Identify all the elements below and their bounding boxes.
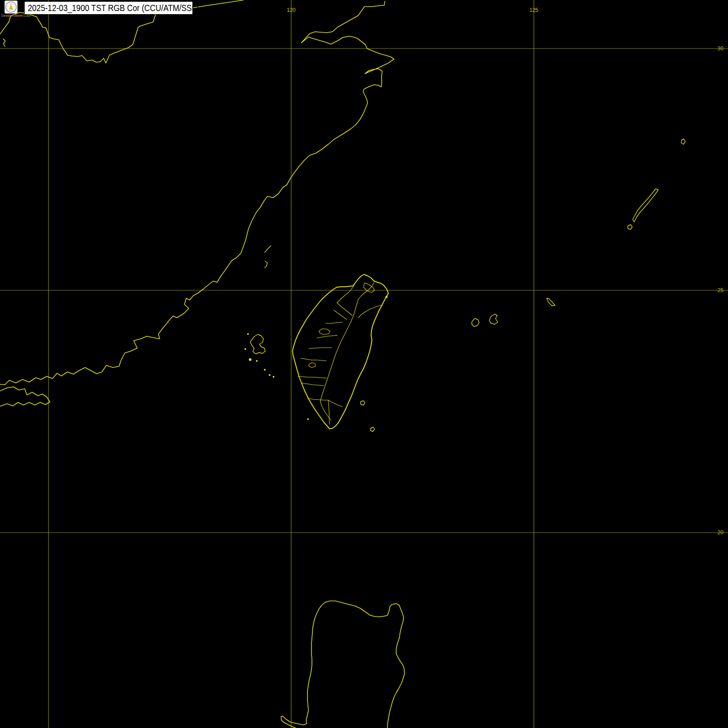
university-seal — [4, 0, 18, 14]
penghu-islet — [269, 374, 270, 376]
lat-label-30: 30 — [717, 45, 724, 52]
penghu-islet — [249, 358, 251, 361]
xiaoliuqiu-island — [307, 418, 309, 420]
logo-word: b. — [28, 13, 31, 18]
lon-label-125: 125 — [529, 7, 538, 13]
timestamp-title-bar: 2025-12-03_1900 TST RGB Cor (CCU/ATM/SSL… — [24, 1, 193, 15]
timestamp-title: 2025-12-03_1900 TST RGB Cor (CCU/ATM/SSL… — [28, 3, 199, 13]
lat-label-25: 25 — [717, 287, 724, 293]
satellite-product-screen: { "header": { "title": "2025-12-03_1900 … — [0, 0, 728, 728]
penghu-islet — [273, 376, 274, 378]
guishan-island — [386, 296, 388, 298]
satellite-map: 115120125302520 — [0, 0, 728, 728]
lon-label-120: 120 — [287, 7, 296, 13]
penghu-islet — [256, 360, 258, 362]
lab-logo: SevereStorm Lab. — [0, 0, 25, 19]
logo-word: torm — [15, 14, 23, 18]
penghu-islet — [244, 348, 246, 350]
penghu-islet — [247, 333, 249, 335]
penghu-islet — [264, 369, 266, 371]
logo-word: evere — [4, 14, 12, 18]
lab-logo-text: SevereStorm Lab. — [1, 13, 27, 18]
seal-emblem-icon — [5, 1, 17, 13]
map-background — [0, 0, 728, 728]
lat-label-20: 20 — [717, 529, 724, 536]
